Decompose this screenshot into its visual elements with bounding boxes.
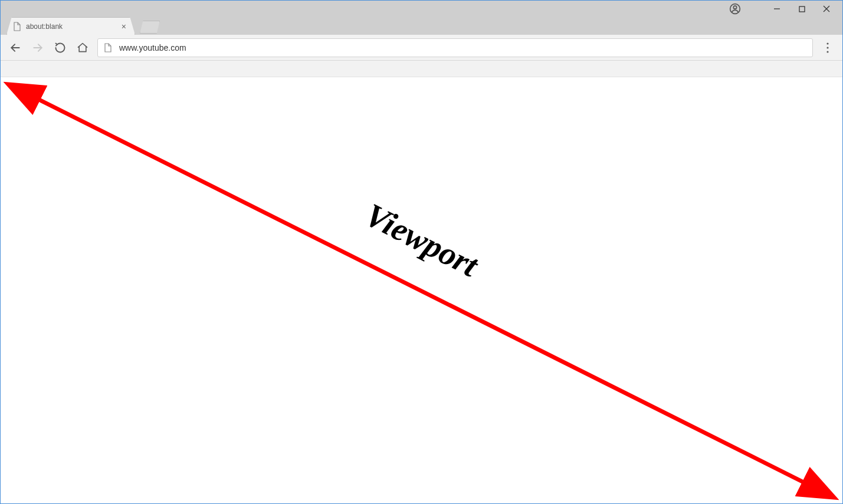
svg-point-1 xyxy=(733,6,736,9)
browser-tab[interactable]: about:blank × xyxy=(6,17,135,35)
browser-menu-button[interactable] xyxy=(820,40,835,55)
close-tab-icon[interactable]: × xyxy=(119,22,129,31)
new-tab-button[interactable] xyxy=(140,21,160,34)
svg-rect-3 xyxy=(799,6,805,12)
page-viewport: Viewport xyxy=(1,78,842,503)
toolbar-bottom-strip xyxy=(1,61,842,77)
window-titlebar xyxy=(1,1,842,17)
svg-point-9 xyxy=(826,47,828,48)
svg-point-8 xyxy=(826,42,828,44)
svg-point-10 xyxy=(826,51,828,52)
file-icon xyxy=(13,22,21,31)
forward-button[interactable] xyxy=(30,40,45,55)
reload-button[interactable] xyxy=(53,40,68,55)
titlebar-controls xyxy=(729,2,839,16)
diagonal-arrow-annotation xyxy=(1,78,842,503)
address-bar[interactable] xyxy=(97,38,813,57)
svg-line-13 xyxy=(11,85,832,496)
browser-window: about:blank × xyxy=(0,0,843,504)
tab-title: about:blank xyxy=(26,22,119,31)
maximize-button[interactable] xyxy=(789,2,814,16)
navigation-toolbar xyxy=(1,35,842,61)
viewport-annotation-label: Viewport xyxy=(359,195,484,284)
minimize-button[interactable] xyxy=(765,2,789,16)
close-window-button[interactable] xyxy=(814,2,839,16)
user-profile-icon[interactable] xyxy=(729,3,741,15)
home-button[interactable] xyxy=(75,40,90,55)
tab-strip: about:blank × xyxy=(1,17,842,35)
page-info-icon[interactable] xyxy=(104,43,112,52)
back-button[interactable] xyxy=(8,40,23,55)
url-input[interactable] xyxy=(118,42,806,53)
